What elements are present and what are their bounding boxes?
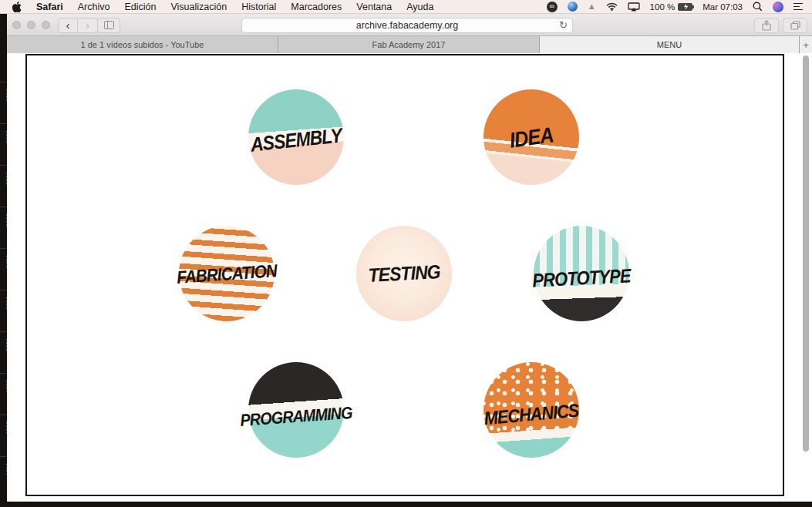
- address-bar[interactable]: archive.fabacademy.org ↻: [241, 18, 573, 33]
- new-tab-button[interactable]: +: [800, 36, 812, 53]
- scrollbar[interactable]: [803, 55, 809, 452]
- menu-item-ventana[interactable]: Ventana: [356, 2, 392, 12]
- app-sphere-icon[interactable]: [568, 2, 578, 12]
- url-text: archive.fabacademy.org: [356, 20, 458, 31]
- menu-items: Safari Archivo Edición Visualización His…: [0, 2, 433, 12]
- badge-assembly[interactable]: ASSEMBLY: [248, 89, 344, 185]
- apple-menu-icon[interactable]: [12, 2, 22, 12]
- notification-center-icon[interactable]: [793, 3, 803, 11]
- nav-buttons: ‹ ›: [58, 18, 98, 33]
- wifi-icon[interactable]: [606, 2, 618, 11]
- screen: Safari Archivo Edición Visualización His…: [0, 0, 812, 507]
- tabs-overview-icon: [790, 21, 800, 30]
- show-all-tabs-button[interactable]: [783, 18, 807, 33]
- badge-mechanics[interactable]: MECHANICS: [483, 362, 579, 458]
- browser-toolbar: ‹ › archive.fabacademy.org ↻: [7, 14, 812, 36]
- badge-prototype[interactable]: PROTOTYPE: [534, 226, 629, 321]
- clock-label[interactable]: Mar 07:03: [702, 2, 743, 12]
- badge-idea[interactable]: IDEA: [483, 89, 579, 185]
- safari-window: ‹ › archive.fabacademy.org ↻: [7, 14, 812, 502]
- badge-testing-label: TESTING: [368, 260, 441, 287]
- status-icons: ∞ ▲ 100 %: [547, 2, 812, 12]
- page-content: ASSEMBLY IDEA FABRICATION TESTING PROTOT…: [7, 53, 812, 502]
- share-button[interactable]: [754, 18, 779, 33]
- badge-programming[interactable]: PROGRAMMING: [248, 362, 344, 458]
- siri-icon[interactable]: [773, 2, 783, 12]
- battery-status[interactable]: 100 %: [650, 2, 693, 12]
- sidebar-icon: [104, 21, 114, 29]
- tab-bar: 1 de 1 vídeos subidos - YouTube Fab Acad…: [7, 36, 812, 53]
- menu-item-safari[interactable]: Safari: [36, 2, 63, 12]
- menu-item-visualizacion[interactable]: Visualización: [170, 2, 227, 12]
- minimize-window-button[interactable]: [27, 21, 35, 29]
- close-window-button[interactable]: [12, 21, 21, 29]
- os-menu-bar: Safari Archivo Edición Visualización His…: [0, 0, 812, 14]
- reload-icon[interactable]: ↻: [559, 19, 568, 31]
- background-app-bottom-strip: [0, 502, 812, 507]
- airplay-icon[interactable]: [628, 2, 640, 12]
- share-icon: [762, 20, 771, 31]
- menu-item-ayuda[interactable]: Ayuda: [406, 2, 433, 12]
- menu-item-archivo[interactable]: Archivo: [78, 2, 110, 12]
- sidebar-button[interactable]: [97, 18, 120, 33]
- background-app-ruler-strip: 2600 2800 3000 3200 3400 3600 3800 4000 …: [0, 14, 7, 507]
- menu-item-historial[interactable]: Historial: [241, 2, 276, 12]
- creative-cloud-icon[interactable]: ∞: [547, 2, 558, 12]
- apple-logo-icon: [12, 2, 22, 12]
- badge-fabrication[interactable]: FABRICATION: [179, 226, 275, 321]
- tab-menu[interactable]: MENU: [540, 36, 800, 53]
- badge-testing[interactable]: TESTING: [356, 226, 452, 321]
- menu-item-marcadores[interactable]: Marcadores: [291, 2, 342, 12]
- menu-item-edicion[interactable]: Edición: [124, 2, 156, 12]
- tab-fab-academy[interactable]: Fab Academy 2017: [278, 36, 540, 53]
- tab-youtube[interactable]: 1 de 1 vídeos subidos - YouTube: [7, 36, 278, 53]
- battery-percent-label: 100 %: [650, 2, 676, 12]
- drive-icon[interactable]: ▲: [588, 2, 596, 11]
- spotlight-icon[interactable]: [753, 2, 763, 12]
- forward-button[interactable]: ›: [78, 18, 98, 33]
- back-button[interactable]: ‹: [58, 18, 78, 33]
- battery-icon: [678, 3, 692, 11]
- zoom-window-button[interactable]: [42, 21, 50, 29]
